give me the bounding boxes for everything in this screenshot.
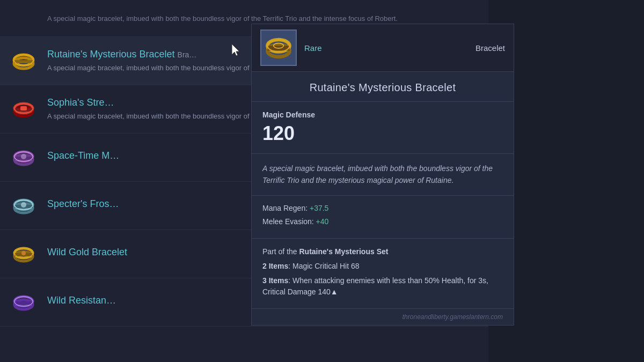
set-count-2: 3 Items xyxy=(262,276,288,285)
stat-label: Magic Defense xyxy=(262,110,503,119)
set-item-1: 2 Items: Magic Critical Hit 68 xyxy=(262,261,503,272)
svg-rect-2 xyxy=(14,60,33,63)
svg-point-13 xyxy=(21,154,26,159)
bonus-line-1: Mana Regen: +37.5 xyxy=(262,203,503,214)
item-info-top: A special magic bracelet, imbued with bo… xyxy=(47,13,479,24)
item-icon-top xyxy=(10,4,38,32)
bonus-value-1: +37.5 xyxy=(310,204,328,212)
bonus-label-2: Melee Evasion: xyxy=(262,217,314,226)
bonus-label-1: Mana Regen: xyxy=(262,204,308,212)
set-item-2: 3 Items: When attacking enemies with les… xyxy=(262,275,503,298)
detail-bonuses: Mana Regen: +37.5 Melee Evasion: +40 xyxy=(252,196,514,239)
stat-value: 120 xyxy=(262,122,503,145)
item-icon-spacetime xyxy=(10,144,38,172)
set-intro-text: Part of the xyxy=(262,247,299,256)
svg-point-23 xyxy=(21,251,26,255)
detail-header: Rare Bracelet xyxy=(252,24,514,72)
item-icon-sophias xyxy=(10,95,38,123)
item-icon-specters xyxy=(10,192,38,220)
set-count-1: 2 Items xyxy=(262,262,288,270)
detail-set: Part of the Rutaine's Mysterious Set 2 I… xyxy=(252,239,514,309)
detail-title: Rutaine's Mysterious Bracelet xyxy=(252,72,514,102)
set-desc-1: : Magic Critical Hit 68 xyxy=(288,262,359,270)
detail-panel: Rare Bracelet Rutaine's Mysterious Brace… xyxy=(251,24,514,326)
detail-type: Bracelet xyxy=(475,43,505,53)
top-row-desc: A special magic bracelet, imbued with bo… xyxy=(47,14,479,24)
detail-item-image xyxy=(260,29,297,66)
set-desc-2: : When attacking enemies with less than … xyxy=(262,276,488,296)
detail-rarity: Rare xyxy=(304,43,322,53)
item-icon-wildresist xyxy=(10,289,38,316)
svg-rect-26 xyxy=(14,301,33,305)
item-icon-rutaines xyxy=(10,47,38,75)
detail-stat-section: Magic Defense 120 xyxy=(252,102,514,154)
bonus-line-2: Melee Evasion: +40 xyxy=(262,217,503,227)
svg-rect-8 xyxy=(20,106,27,110)
svg-point-18 xyxy=(21,202,26,208)
bonus-value-2: +40 xyxy=(316,217,329,226)
detail-footer: throneandliberty.gameslantern.com xyxy=(252,309,514,325)
set-intro-line: Part of the Rutaine's Mysterious Set xyxy=(262,246,503,257)
set-name: Rutaine's Mysterious Set xyxy=(299,247,388,256)
item-icon-wildgold xyxy=(10,240,38,268)
detail-header-info: Rare Bracelet xyxy=(304,43,505,53)
detail-description: A special magic bracelet, imbued with bo… xyxy=(252,154,514,196)
